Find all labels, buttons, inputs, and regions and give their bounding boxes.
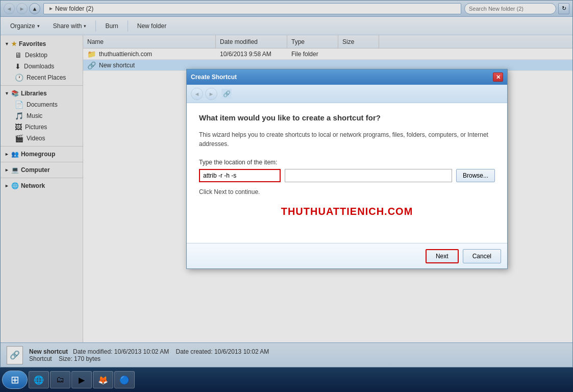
path-text: New folder (2) — [55, 5, 93, 12]
sidebar-divider-1 — [1, 85, 83, 86]
refresh-button[interactable]: ↻ — [558, 3, 569, 14]
homegroup-arrow: ► — [5, 152, 9, 157]
browse-button[interactable]: Browse... — [456, 169, 495, 182]
status-bar: 🔗 New shortcut Date modified: 10/6/2013 … — [1, 342, 572, 367]
forward-button[interactable]: ► — [16, 3, 28, 14]
network-header[interactable]: ► 🌐 Network — [1, 180, 83, 191]
cancel-button[interactable]: Cancel — [463, 249, 501, 263]
favorites-arrow: ▼ — [5, 41, 9, 46]
sidebar-item-desktop[interactable]: 🖥 Desktop — [1, 50, 83, 61]
recent-places-label: Recent Places — [27, 74, 66, 81]
sidebar: ▼ ★ Favorites 🖥 Desktop ⬇ Downloads 🕐 Re… — [1, 35, 83, 342]
status-size-label: Size: — [59, 355, 72, 362]
taskbar-app-chrome[interactable]: 🔵 — [114, 371, 135, 388]
homegroup-header[interactable]: ► 👥 Homegroup — [1, 149, 83, 160]
close-icon: ✕ — [496, 74, 501, 81]
create-shortcut-dialog: Create Shortcut ✕ ◄ ► 🔗 What item would … — [186, 69, 508, 269]
location-input-highlighted[interactable] — [199, 169, 281, 182]
dialog-input-row: Browse... — [199, 169, 495, 182]
next-button[interactable]: Next — [426, 249, 459, 263]
location-input-main[interactable] — [285, 169, 452, 182]
documents-icon: 📄 — [15, 101, 23, 109]
dialog-footer: Next Cancel — [187, 243, 507, 268]
file-name: thuthuattienich.com — [99, 51, 152, 58]
back-button[interactable]: ◄ — [4, 3, 15, 14]
folder-icon: 📁 — [87, 50, 96, 58]
sidebar-item-recent-places[interactable]: 🕐 Recent Places — [1, 72, 83, 83]
libraries-header[interactable]: ▼ 📚 Libraries — [1, 88, 83, 99]
pictures-label: Pictures — [25, 124, 47, 131]
sidebar-item-downloads[interactable]: ⬇ Downloads — [1, 61, 83, 72]
browse-button-label: Browse... — [463, 172, 488, 179]
network-arrow: ► — [5, 183, 9, 188]
sidebar-item-pictures[interactable]: 🖼 Pictures — [1, 121, 83, 133]
dialog-back-button[interactable]: ◄ — [191, 88, 203, 100]
title-bar-nav: ◄ ► ▲ — [4, 3, 40, 14]
col-date[interactable]: Date modified — [216, 35, 287, 48]
status-date-modified: 10/6/2013 10:02 AM — [114, 348, 169, 355]
libraries-label: Libraries — [21, 90, 47, 97]
sidebar-item-videos[interactable]: 🎬 Videos — [1, 133, 83, 144]
toolbar-divider-1 — [95, 20, 96, 32]
status-info: New shortcut Date modified: 10/6/2013 10… — [29, 348, 269, 362]
new-folder-button[interactable]: New folder — [132, 19, 172, 33]
cancel-button-label: Cancel — [472, 253, 491, 260]
organize-button[interactable]: Organize ▾ — [5, 19, 45, 33]
music-label: Music — [27, 112, 42, 119]
col-type[interactable]: Type — [287, 35, 338, 48]
status-type-label: Shortcut — [29, 355, 52, 362]
file-name-cell: 📁 thuthuattienich.com — [83, 50, 216, 58]
explorer-icon: 🗂 — [56, 375, 64, 384]
documents-label: Documents — [27, 101, 58, 108]
sidebar-divider-3 — [1, 162, 83, 162]
burn-button[interactable]: Burn — [99, 19, 123, 33]
address-bar[interactable]: ► New folder (2) — [43, 3, 461, 14]
status-file-icon: 🔗 — [7, 346, 23, 364]
file-type-cell: File folder — [287, 51, 338, 58]
status-date-created-label: Date created: — [176, 348, 213, 355]
start-button[interactable]: ⊞ — [2, 371, 28, 389]
col-date-label: Date modified — [220, 38, 258, 45]
sidebar-item-documents[interactable]: 📄 Documents — [1, 99, 83, 110]
share-with-button[interactable]: Share with ▾ — [47, 19, 92, 33]
dialog-nav-icon: 🔗 — [221, 89, 232, 99]
sidebar-divider-4 — [1, 178, 83, 178]
dialog-close-button[interactable]: ✕ — [493, 72, 503, 82]
taskbar-app-explorer[interactable]: 🗂 — [50, 371, 70, 388]
toolbar: Organize ▾ Share with ▾ Burn New folder — [1, 17, 572, 35]
firefox-icon: 🦊 — [98, 375, 108, 385]
burn-label: Burn — [105, 22, 118, 30]
up-button[interactable]: ▲ — [29, 3, 40, 14]
toolbar-divider-2 — [128, 20, 128, 32]
taskbar-app-ie[interactable]: 🌐 — [29, 371, 49, 388]
search-input[interactable] — [464, 3, 556, 14]
table-row[interactable]: 📁 thuthuattienich.com 10/6/2013 9:58 AM … — [83, 48, 572, 60]
path-separator: ► — [48, 6, 54, 11]
sidebar-item-music[interactable]: 🎵 Music — [1, 110, 83, 121]
media-icon: ▶ — [79, 375, 85, 385]
file-type: File folder — [291, 51, 318, 58]
next-button-label: Next — [436, 253, 449, 260]
computer-header[interactable]: ► 💻 Computer — [1, 164, 83, 176]
dialog-heading: What item would you like to create a sho… — [199, 113, 495, 122]
music-icon: 🎵 — [15, 112, 23, 120]
organize-label: Organize — [10, 22, 35, 30]
col-size[interactable]: Size — [338, 35, 379, 48]
favorites-header[interactable]: ▼ ★ Favorites — [1, 38, 83, 50]
videos-label: Videos — [27, 135, 45, 142]
share-with-dropdown-arrow: ▾ — [84, 23, 86, 29]
favorites-section: ▼ ★ Favorites 🖥 Desktop ⬇ Downloads 🕐 Re… — [1, 38, 83, 83]
videos-icon: 🎬 — [15, 134, 23, 142]
taskbar-app-firefox[interactable]: 🦊 — [93, 371, 113, 388]
computer-arrow: ► — [5, 167, 9, 173]
col-name-label: Name — [87, 38, 104, 45]
dialog-forward-button[interactable]: ► — [205, 88, 217, 100]
network-label: Network — [21, 182, 45, 189]
status-size: 170 bytes — [74, 355, 101, 362]
status-date-modified-label: Date modified: — [73, 348, 112, 355]
desktop-label: Desktop — [25, 52, 47, 59]
click-next-label: Click Next to continue. — [199, 188, 495, 195]
taskbar-app-media[interactable]: ▶ — [71, 371, 92, 388]
col-type-label: Type — [291, 38, 305, 45]
col-name[interactable]: Name — [83, 35, 216, 48]
